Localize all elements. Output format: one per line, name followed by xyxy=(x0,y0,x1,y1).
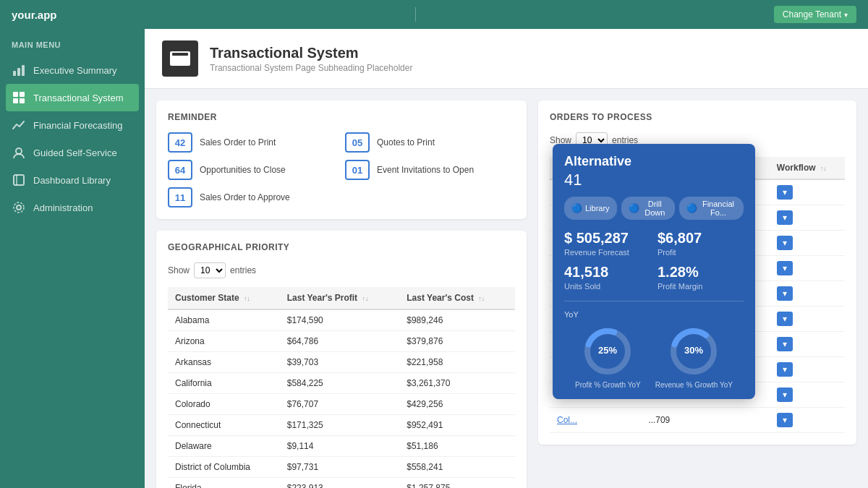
geo-table: Customer State ↑↓ Last Year's Profit ↑↓ … xyxy=(168,287,515,488)
page-icon xyxy=(162,40,198,77)
sidebar-item-label: Executive Summary xyxy=(33,65,117,76)
geo-cell-cost: $379,876 xyxy=(399,331,515,352)
orders-title: ORDERS TO PROCESS xyxy=(550,112,845,122)
sort-icon: ↑↓ xyxy=(478,295,485,302)
panels-row: REMINDER 42 Sales Order to Print 05 Quot… xyxy=(145,89,868,488)
geo-cell-profit: $174,590 xyxy=(280,309,400,331)
geo-cell-state: Connecticut xyxy=(168,415,280,436)
sidebar-item-label: Administration xyxy=(33,202,93,213)
admin-icon xyxy=(12,200,26,215)
geo-show-select[interactable]: 102550 xyxy=(194,262,226,278)
sidebar-item-administration[interactable]: Administration xyxy=(0,194,145,221)
geo-cell-profit: $171,325 xyxy=(280,415,400,436)
change-tenant-button[interactable]: Change Tenant ▾ xyxy=(774,6,856,23)
popup-library-button[interactable]: 🔵 Library xyxy=(564,197,617,220)
geo-cell-state: Alabama xyxy=(168,309,280,331)
table-row: District of Columbia $97,731 $558,241 xyxy=(168,457,515,478)
service-icon xyxy=(12,145,26,160)
reminder-badge-2: 64 xyxy=(168,160,192,180)
orders-cell-workflow: ▾ xyxy=(770,231,845,256)
table-row: Alabama $174,590 $989,246 xyxy=(168,309,515,331)
orders-cell-revenue: ...709 xyxy=(641,408,713,433)
workflow-button[interactable]: ▾ xyxy=(777,362,793,377)
orders-cell-workflow: ▾ xyxy=(770,179,845,205)
popup-profit-value: $6,807 xyxy=(658,230,744,247)
sidebar-item-label: Dashboard Library xyxy=(33,175,111,186)
orders-cell-subcategory[interactable]: Col... xyxy=(550,408,641,433)
sort-icon: ↑↓ xyxy=(820,165,827,172)
workflow-button[interactable]: ▾ xyxy=(777,286,793,301)
popup-margin-label: Profit Margin xyxy=(658,282,744,291)
svg-point-10 xyxy=(17,205,21,210)
geo-table-controls: Show 102550 entries xyxy=(168,262,515,278)
sidebar-item-label: Transactional System xyxy=(33,93,124,103)
popup-units-value: 41,518 xyxy=(564,264,650,281)
orders-cell-workflow: ▾ xyxy=(770,281,845,307)
geo-cell-state: District of Columbia xyxy=(168,457,280,478)
sidebar-item-label: Financial Forecasting xyxy=(33,120,123,131)
geo-cell-cost: $429,256 xyxy=(399,394,515,415)
popup-yoy-label: YoY xyxy=(564,310,744,319)
sidebar-item-dashboard-library[interactable]: Dashboard Library xyxy=(0,166,145,194)
reminder-label-0: Sales Order to Print xyxy=(200,137,276,147)
popup-profit-label: Profit xyxy=(658,248,744,257)
svg-rect-0 xyxy=(13,71,16,76)
orders-cell-workflow: ▾ xyxy=(770,357,845,382)
profit-growth-donut: 25% xyxy=(582,326,633,377)
main-layout: MAIN MENU Executive Summary Transactiona… xyxy=(0,29,868,488)
popup-overlay: Alternative 41 🔵 Library 🔵 Drill Down xyxy=(553,144,755,399)
geo-title: GEOGRAPHICAL PRIORITY xyxy=(168,242,515,252)
geo-cell-cost: $558,241 xyxy=(399,457,515,478)
popup-drilldown-button[interactable]: 🔵 Drill Down xyxy=(621,197,675,220)
popup-divider xyxy=(564,301,744,301)
reminder-badge-1: 05 xyxy=(345,132,370,153)
geo-cell-profit: $223,913 xyxy=(280,478,400,489)
geo-cell-state: California xyxy=(168,373,280,394)
workflow-button[interactable]: ▾ xyxy=(777,210,793,225)
grid-icon xyxy=(12,90,26,105)
drilldown-btn-icon: 🔵 xyxy=(629,203,639,213)
sidebar-item-label: Guided Self-Service xyxy=(33,147,117,158)
sidebar-item-financial-forecasting[interactable]: Financial Forecasting xyxy=(0,111,145,139)
library-btn-icon: 🔵 xyxy=(571,203,582,213)
reminder-label-2: Opportunities to Close xyxy=(200,165,286,175)
workflow-button[interactable]: ▾ xyxy=(777,413,793,427)
orders-cell-workflow: ▾ xyxy=(770,408,845,433)
workflow-button[interactable]: ▾ xyxy=(777,312,793,326)
workflow-button[interactable]: ▾ xyxy=(777,337,793,351)
geo-cell-profit: $76,707 xyxy=(280,394,400,415)
svg-point-11 xyxy=(14,202,24,213)
page-title: Transactional System xyxy=(210,45,412,61)
table-row: Florida $223,913 $1,257,875 xyxy=(168,478,515,489)
revenue-growth-text: 30% xyxy=(684,345,703,356)
reminder-item-3: 01 Event Invitations to Open xyxy=(345,160,515,180)
table-row: Arkansas $39,703 $221,958 xyxy=(168,352,515,373)
orders-cell-profit xyxy=(713,408,770,433)
sidebar-item-guided-self-service[interactable]: Guided Self-Service xyxy=(0,139,145,166)
page-subtitle: Transactional System Page Subheading Pla… xyxy=(210,63,412,73)
content-area: Transactional System Transactional Syste… xyxy=(145,29,868,488)
sort-icon: ↑↓ xyxy=(244,295,250,302)
popup-margin-value: 1.28% xyxy=(658,264,744,281)
popup-financial-button[interactable]: 🔵 Financial Fo... xyxy=(679,197,744,220)
sidebar-item-executive-summary[interactable]: Executive Summary xyxy=(0,56,145,84)
svg-rect-3 xyxy=(13,92,18,97)
workflow-button[interactable]: ▾ xyxy=(777,185,793,200)
reminder-item-0: 42 Sales Order to Print xyxy=(168,132,338,153)
geo-cell-cost: $989,246 xyxy=(399,309,515,331)
workflow-button[interactable]: ▾ xyxy=(777,388,793,402)
svg-rect-5 xyxy=(13,98,18,103)
svg-rect-1 xyxy=(17,68,20,76)
sidebar-item-transactional-system[interactable]: Transactional System xyxy=(6,84,139,111)
table-row: Col... ...709 ▾ xyxy=(550,408,845,433)
geo-cell-cost: $51,186 xyxy=(399,436,515,457)
geo-cell-state: Florida xyxy=(168,478,280,489)
geo-cell-profit: $39,703 xyxy=(280,352,400,373)
workflow-button[interactable]: ▾ xyxy=(777,236,793,250)
geo-col-profit: Last Year's Profit ↑↓ xyxy=(280,287,400,309)
workflow-button[interactable]: ▾ xyxy=(777,261,793,275)
geo-cell-profit: $97,731 xyxy=(280,457,400,478)
sort-icon: ↑↓ xyxy=(362,295,368,302)
table-row: Delaware $9,114 $51,186 xyxy=(168,436,515,457)
orders-cell-workflow: ▾ xyxy=(770,205,845,231)
